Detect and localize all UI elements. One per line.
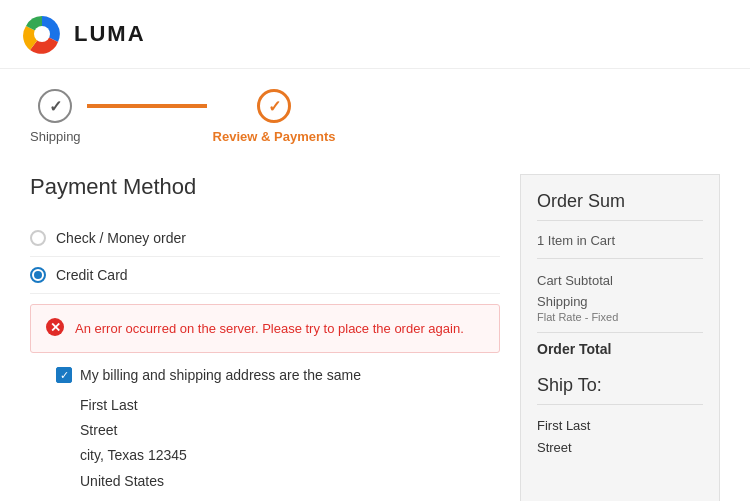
step-shipping-circle: ✓: [38, 89, 72, 123]
shipping-sub: Flat Rate - Fixed: [537, 311, 618, 323]
cart-subtotal-label: Cart Subtotal: [537, 273, 613, 288]
billing-checkbox-row[interactable]: My billing and shipping address are the …: [56, 367, 500, 383]
shipping-row: Shipping Flat Rate - Fixed: [537, 294, 703, 324]
progress-steps: ✓ Shipping ✓ Review & Payments: [0, 69, 750, 154]
order-total-label: Order Total: [537, 341, 611, 357]
error-icon: ✕: [45, 317, 65, 340]
shipping-label: Shipping Flat Rate - Fixed: [537, 294, 618, 324]
luma-logo-icon: [20, 12, 64, 56]
address-phone[interactable]: 2345678: [80, 494, 500, 501]
ship-to-name: First Last: [537, 415, 703, 437]
ship-to-address: First Last Street: [537, 415, 703, 459]
ship-to-street: Street: [537, 437, 703, 459]
billing-address: First Last Street city, Texas 12345 Unit…: [80, 393, 500, 501]
error-box: ✕ An error occurred on the server. Pleas…: [30, 304, 500, 353]
address-name: First Last: [80, 393, 500, 418]
step-review: ✓ Review & Payments: [213, 89, 336, 144]
payment-section-title: Payment Method: [30, 174, 500, 200]
step-connector: [87, 104, 207, 108]
order-total-row: Order Total: [537, 332, 703, 357]
cart-subtotal-row: Cart Subtotal: [537, 273, 703, 288]
sidebar-item-count: 1 Item in Cart: [537, 233, 703, 259]
billing-checkbox[interactable]: [56, 367, 72, 383]
step-review-circle: ✓: [257, 89, 291, 123]
svg-text:✕: ✕: [50, 320, 61, 335]
step-shipping-label: Shipping: [30, 129, 81, 144]
ship-to-title: Ship To:: [537, 375, 703, 405]
order-summary-sidebar: Order Sum 1 Item in Cart Cart Subtotal S…: [520, 174, 720, 501]
main-layout: Payment Method Check / Money order Credi…: [0, 154, 750, 501]
step-review-label: Review & Payments: [213, 129, 336, 144]
address-country: United States: [80, 469, 500, 494]
step-shipping: ✓ Shipping: [30, 89, 81, 144]
radio-credit[interactable]: [30, 267, 46, 283]
payment-options: Check / Money order Credit Card ✕ An err…: [30, 220, 500, 501]
error-message: An error occurred on the server. Please …: [75, 321, 464, 336]
payment-label-check: Check / Money order: [56, 230, 186, 246]
logo-text: LUMA: [74, 21, 146, 47]
billing-checkbox-label: My billing and shipping address are the …: [80, 367, 361, 383]
header: LUMA: [0, 0, 750, 69]
payment-label-credit: Credit Card: [56, 267, 128, 283]
address-city: city, Texas 12345: [80, 443, 500, 468]
sidebar-title: Order Sum: [537, 191, 703, 221]
radio-check[interactable]: [30, 230, 46, 246]
payment-option-check[interactable]: Check / Money order: [30, 220, 500, 257]
billing-section: My billing and shipping address are the …: [56, 367, 500, 501]
svg-point-1: [34, 26, 50, 42]
payment-option-credit[interactable]: Credit Card: [30, 257, 500, 294]
address-street: Street: [80, 418, 500, 443]
main-content: Payment Method Check / Money order Credi…: [30, 174, 500, 501]
